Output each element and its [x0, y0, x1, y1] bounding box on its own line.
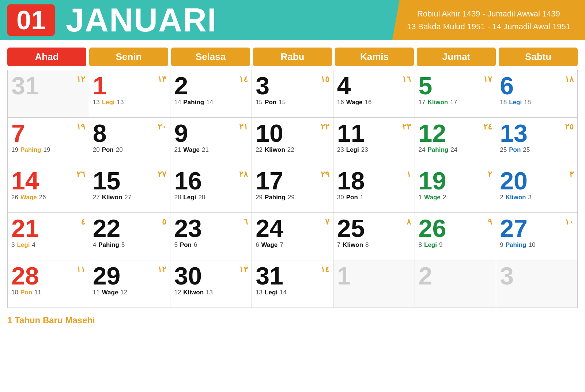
calendar-cell: 4١٦16Wage16: [333, 70, 415, 118]
cell-pasaran: Pon: [346, 194, 358, 201]
cell-saka: 26: [39, 194, 46, 201]
month-number: 01: [7, 4, 55, 36]
cell-pasaran: Pon: [180, 241, 192, 249]
cell-hijri: 13: [256, 289, 263, 296]
calendar-header: 01 JANUARI Robiul Akhir 1439 - Jumadil A…: [0, 0, 585, 40]
cell-pasaran: Pon: [20, 289, 32, 296]
cell-saka: 5: [121, 241, 125, 249]
cell-hijri: 15: [256, 99, 263, 106]
cell-date: 14: [11, 168, 39, 193]
cell-date: 9: [174, 121, 188, 146]
cell-arabic: ١٩: [76, 122, 85, 132]
cell-date: 5: [419, 73, 433, 98]
calendar-cell: 6١٨18Legi18: [496, 70, 578, 118]
calendar-cell: 26٩8Legi9: [415, 213, 497, 260]
cell-pasaran: Pahing: [183, 99, 204, 106]
cell-arabic: ٤: [81, 217, 85, 227]
cell-arabic: ١٦: [402, 75, 411, 84]
cell-date: 22: [93, 216, 121, 241]
day-header-selasa: Selasa: [171, 48, 250, 66]
cell-date: 15: [93, 168, 121, 193]
cell-arabic: ١٣: [158, 75, 166, 84]
cell-pasaran: Wage: [346, 99, 363, 106]
calendar-cell: 1١٣13Legi13: [89, 70, 171, 118]
calendar-cell: 16٢٨28Legi28: [170, 165, 252, 213]
cell-pasaran: Pahing: [98, 241, 119, 249]
cell-arabic: ١١: [76, 265, 85, 274]
cell-arabic: ١٢: [158, 265, 166, 274]
cell-arabic: ٢٣: [402, 122, 411, 132]
calendar-cell: 31١٢: [8, 70, 89, 118]
calendar-cell: 17٢٩29Pahing29: [252, 165, 333, 213]
cell-arabic: ٢: [488, 170, 492, 179]
cell-saka: 14: [206, 99, 213, 106]
cell-hijri: 12: [174, 289, 181, 296]
cell-saka: 19: [44, 146, 50, 154]
cell-date: 1: [337, 263, 351, 288]
cell-saka: 7: [280, 241, 283, 249]
cell-hijri: 18: [500, 99, 507, 106]
cell-hijri: 30: [337, 194, 344, 201]
calendar-cell: 9٢١21Wage21: [170, 118, 252, 165]
calendar-cell: 2١٤14Pahing14: [170, 70, 252, 118]
calendar-cell: 28١١10Pon11: [8, 260, 89, 308]
cell-date: 21: [11, 216, 39, 241]
day-header-rabu: Rabu: [253, 48, 332, 66]
cell-hijri: 13: [93, 99, 100, 106]
islamic-line2: 13 Bakda Mulud 1951 - 14 Jumadil Awal 19…: [407, 20, 570, 33]
cell-date: 8: [93, 121, 107, 146]
cell-date: 19: [419, 168, 446, 193]
cell-pasaran: Pon: [509, 146, 521, 154]
cell-arabic: ١٢: [76, 75, 85, 84]
day-header-senin: Senin: [89, 48, 168, 66]
cell-saka: 27: [124, 194, 131, 201]
cell-hijri: 23: [337, 146, 344, 154]
cell-pasaran: Legi: [265, 289, 278, 296]
cell-pasaran: Wage: [261, 241, 278, 249]
calendar-cell: 20٣2Kliwon3: [496, 165, 578, 213]
cell-saka: 28: [198, 194, 205, 201]
cell-hijri: 16: [337, 99, 344, 106]
cell-arabic: ٢٢: [321, 122, 329, 132]
calendar-cell: 5١٧17Kliwon17: [415, 70, 497, 118]
cell-saka: 22: [287, 146, 294, 154]
cell-date: 17: [256, 168, 283, 193]
cell-saka: 3: [528, 194, 531, 201]
cell-date: 7: [11, 121, 25, 146]
cell-hijri: 17: [419, 99, 426, 106]
cell-pasaran: Kliwon: [102, 194, 122, 201]
cell-pasaran: Wage: [424, 194, 441, 201]
cell-hijri: 25: [500, 146, 507, 154]
cell-date: 23: [174, 216, 202, 241]
cell-pasaran: Pahing: [265, 194, 286, 201]
cell-arabic: ٢٩: [321, 170, 329, 179]
cell-pasaran: Pon: [102, 146, 114, 154]
cell-hijri: 10: [11, 289, 18, 296]
cell-saka: 15: [279, 99, 286, 106]
day-header-kamis: Kamis: [335, 48, 414, 66]
calendar-cell: 13٢٥25Pon25: [496, 118, 578, 165]
cell-pasaran: Legi: [509, 99, 522, 106]
cell-hijri: 3: [11, 241, 15, 249]
calendar-cell: 2: [415, 260, 497, 308]
cell-hijri: 19: [11, 146, 18, 154]
cell-saka: 12: [120, 289, 127, 296]
cell-arabic: ٢٨: [239, 170, 248, 179]
cell-arabic: ١٧: [483, 75, 492, 84]
cell-hijri: 20: [93, 146, 100, 154]
cell-saka: 25: [523, 146, 530, 154]
cell-hijri: 2: [500, 194, 503, 201]
calendar-cell: 27١٠9Pahing10: [496, 213, 578, 260]
cell-hijri: 14: [174, 99, 181, 106]
calendar-cell: 31١٤13Legi14: [252, 260, 333, 308]
islamic-line1: Robiul Akhir 1439 - Jumadil Awwal 1439: [417, 7, 560, 20]
calendar-cell: 15٢٧27Kliwon27: [89, 165, 171, 213]
cell-date: 30: [174, 263, 202, 288]
day-headers-row: AhadSeninSelasaRabuKamisJumatSabtu: [0, 40, 585, 70]
cell-saka: 18: [524, 99, 531, 106]
cell-arabic: ١٥: [321, 75, 329, 84]
calendar-cell: 25٨7Kliwon8: [333, 213, 415, 260]
cell-pasaran: Legi: [17, 241, 30, 249]
cell-hijri: 22: [256, 146, 263, 154]
cell-pasaran: Wage: [183, 146, 200, 154]
